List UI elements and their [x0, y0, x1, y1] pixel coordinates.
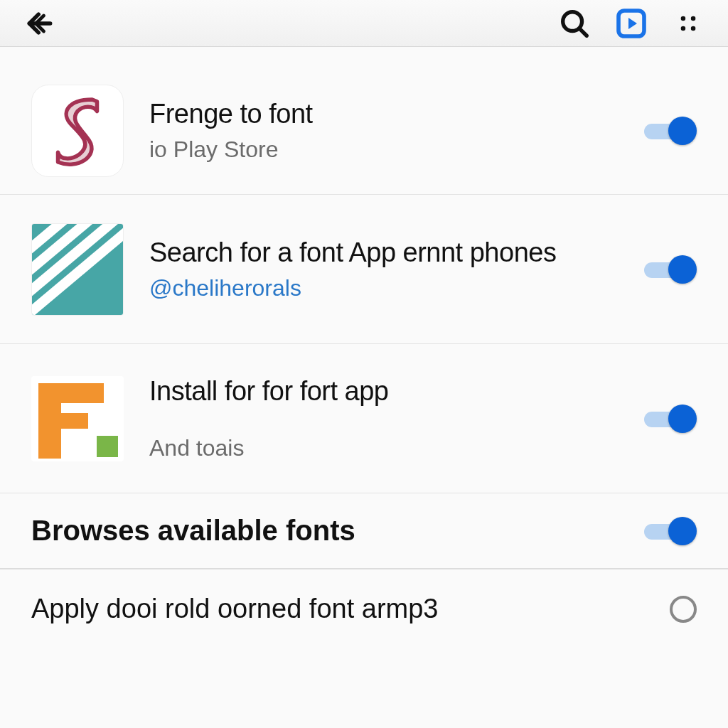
top-app-bar — [0, 0, 728, 47]
search-icon — [558, 7, 591, 40]
action-button[interactable] — [611, 4, 651, 43]
back-button[interactable] — [20, 4, 60, 43]
list-item[interactable]: Search for a font App ernnt phones @chel… — [0, 195, 728, 344]
list-item-title: Install for for fort app — [149, 376, 644, 407]
radio-button[interactable] — [670, 596, 697, 623]
list-item-title: Search for a font App ernnt phones — [149, 237, 644, 268]
app-icon-install-font — [31, 376, 124, 461]
svg-point-7 — [691, 16, 696, 21]
svg-line-3 — [579, 28, 587, 36]
list-item-text: Install for for fort app And toais — [149, 376, 644, 461]
toggle-switch[interactable] — [644, 117, 697, 145]
app-icon-frenge — [31, 85, 124, 177]
list-item[interactable]: Frenge to font io Play Store — [0, 67, 728, 195]
app-screen: Frenge to font io Play Store Search for … — [0, 0, 728, 728]
list-item-text: Frenge to font io Play Store — [149, 99, 644, 163]
f-letter-icon — [31, 376, 124, 461]
app-icon-search-font — [31, 223, 124, 316]
back-arrow-icon — [24, 8, 55, 39]
more-button[interactable] — [668, 4, 708, 43]
list-item-subtitle: io Play Store — [149, 136, 644, 163]
apply-font-row[interactable]: Apply dooi rold oorned font armp3 — [0, 569, 728, 648]
list-item-subtitle: And toais — [149, 435, 644, 461]
toggle-switch[interactable] — [644, 517, 697, 545]
open-icon — [614, 6, 648, 41]
more-dots-icon — [676, 11, 700, 36]
apply-font-title: Apply dooi rold oorned font armp3 — [31, 594, 670, 624]
svg-marker-5 — [628, 18, 637, 29]
s-glyph-icon — [47, 92, 108, 170]
section-title: Browses available fonts — [31, 515, 644, 547]
toggle-switch[interactable] — [644, 255, 697, 284]
svg-point-8 — [681, 26, 686, 31]
toggle-switch[interactable] — [644, 405, 697, 433]
stripes-icon — [32, 224, 123, 315]
search-button[interactable] — [555, 4, 594, 43]
list-item-subtitle-link[interactable]: @cheliherorals — [149, 275, 644, 301]
svg-point-9 — [691, 26, 696, 31]
settings-list: Frenge to font io Play Store Search for … — [0, 47, 728, 728]
list-item[interactable]: Install for for fort app And toais — [0, 344, 728, 493]
svg-point-6 — [681, 16, 686, 21]
list-item-text: Search for a font App ernnt phones @chel… — [149, 237, 644, 301]
section-browse-fonts[interactable]: Browses available fonts — [0, 493, 728, 569]
list-item-title: Frenge to font — [149, 99, 644, 129]
